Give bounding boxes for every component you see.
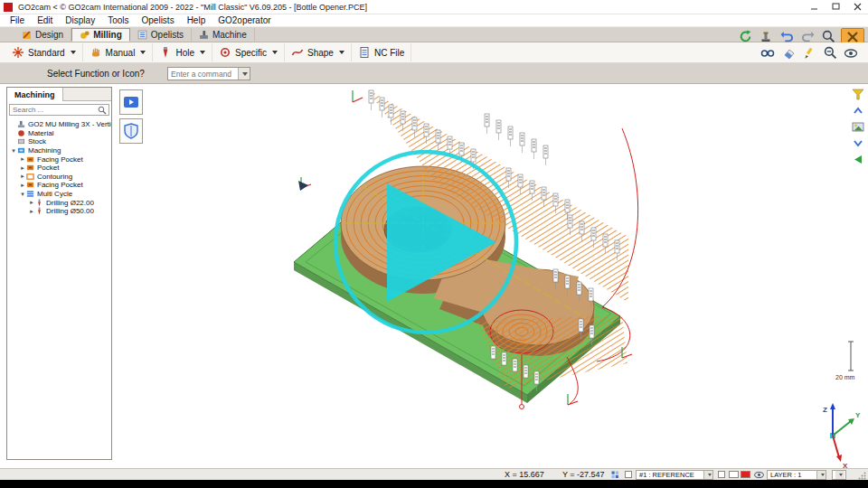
dropdown-arrow-icon <box>272 51 278 54</box>
expander-icon[interactable]: ▾ <box>19 191 26 198</box>
panel-tab-strip: Machining <box>7 88 111 101</box>
multi-cycle-icon <box>26 190 34 198</box>
simulation-button[interactable] <box>119 89 143 115</box>
tree-item-drilling-50[interactable]: ▸ Drilling Ø50.00 <box>7 207 111 216</box>
maximize-button[interactable] <box>825 0 846 14</box>
scale-label: 20 mm <box>835 374 855 380</box>
visibility-eye-icon[interactable] <box>843 45 859 61</box>
tree-item-facing-pocket-1[interactable]: ▸ Facing Pocket <box>7 155 111 164</box>
resize-grip-icon[interactable] <box>858 472 866 480</box>
tool-label: Hole <box>175 48 194 58</box>
shape-button[interactable]: Shape <box>285 43 352 61</box>
snapshot-icon[interactable] <box>851 120 864 134</box>
tab-opelists[interactable]: Opelists <box>130 28 192 42</box>
expander-icon[interactable]: ▸ <box>28 199 35 206</box>
contouring-icon <box>26 173 34 181</box>
verification-button[interactable] <box>119 118 143 144</box>
expander-icon[interactable]: ▸ <box>19 164 26 172</box>
command-combo[interactable] <box>167 67 250 80</box>
standard-button[interactable]: Standard <box>5 43 83 61</box>
tool-label: Specific <box>235 48 267 58</box>
axis-y-label: Y <box>855 411 861 419</box>
cursor-x-coordinate: X = 15.667 <box>505 470 544 479</box>
combo-dropdown-icon[interactable] <box>835 471 844 479</box>
panel-tab-machining[interactable]: Machining <box>7 88 63 101</box>
shape-icon <box>291 46 304 59</box>
pocket-icon <box>26 181 34 189</box>
expander-icon[interactable]: ▸ <box>28 208 35 215</box>
tree-item-facing-pocket-2[interactable]: ▸ Facing Pocket <box>7 181 111 190</box>
tree-item-machine[interactable]: GO2 MU Milling 3X - Vertical <box>7 120 111 129</box>
close-button[interactable] <box>846 0 868 14</box>
specific-button[interactable]: Specific <box>212 43 285 61</box>
tree-item-stock[interactable]: Stock <box>7 137 111 146</box>
menu-display[interactable]: Display <box>59 15 101 25</box>
color-checkbox[interactable] <box>718 471 725 478</box>
machine-icon <box>17 120 25 128</box>
menu-help[interactable]: Help <box>181 15 212 25</box>
scale-indicator: 20 mm <box>835 342 855 380</box>
dropdown-arrow-icon <box>140 51 146 54</box>
nc-file-button[interactable]: NC File <box>352 43 411 61</box>
window-title: GO2cam < © GO2cam International 2009 - 2… <box>18 3 367 12</box>
current-color-swatch[interactable] <box>741 471 750 478</box>
pocket-icon <box>26 155 34 164</box>
combo-dropdown-icon[interactable] <box>703 471 712 479</box>
tab-design[interactable]: Design <box>14 28 71 42</box>
menu-tools[interactable]: Tools <box>101 15 135 25</box>
drill-icon <box>35 207 43 215</box>
tab-machine[interactable]: Machine <box>192 28 255 42</box>
chevron-up-icon[interactable] <box>851 104 864 117</box>
combo-dropdown-icon[interactable] <box>816 471 826 479</box>
menu-file[interactable]: File <box>4 15 31 25</box>
status-extra-dropdown[interactable] <box>832 470 846 480</box>
chevron-down-icon[interactable] <box>851 136 864 150</box>
manual-button[interactable]: Manual <box>83 43 154 61</box>
reference-select[interactable]: #1 : REFERENCE <box>636 470 713 480</box>
expander-icon[interactable]: ▾ <box>10 147 17 155</box>
layer-eye-icon[interactable] <box>754 471 764 479</box>
search-icon <box>98 106 107 115</box>
secondary-color-swatch[interactable] <box>729 471 739 478</box>
manual-icon <box>90 46 102 59</box>
expander-icon[interactable]: ▸ <box>19 155 26 163</box>
menu-go2operator[interactable]: GO2operator <box>212 15 277 25</box>
3d-glasses-icon[interactable] <box>760 45 776 61</box>
back-arrow-icon[interactable] <box>851 153 864 166</box>
viewport-3d-scene[interactable]: 20 mm Z Y X <box>0 84 868 488</box>
search-input[interactable] <box>10 106 98 114</box>
axis-triad: Z Y X <box>823 403 861 470</box>
brush-icon[interactable] <box>801 45 817 61</box>
tree-item-label: Drilling Ø50.00 <box>46 207 94 215</box>
filter-icon[interactable] <box>851 88 864 101</box>
tree-item-contouring[interactable]: ▸ Contouring <box>7 173 111 182</box>
tree-item-label: Multi Cycle <box>37 190 72 198</box>
function-toolbar: Standard Manual Hole Specific Shape NC F… <box>0 42 868 63</box>
tab-milling[interactable]: Milling <box>71 28 130 42</box>
minimize-button[interactable] <box>803 0 825 14</box>
combo-dropdown-icon[interactable] <box>238 68 250 80</box>
expander-icon[interactable]: ▸ <box>19 182 26 189</box>
hole-button[interactable]: Hole <box>153 43 212 61</box>
expander-icon[interactable]: ▸ <box>19 173 26 180</box>
menu-edit[interactable]: Edit <box>31 15 59 25</box>
nc-file-icon <box>358 46 371 59</box>
grid-icon[interactable] <box>611 471 619 479</box>
tree-item-multi-cycle[interactable]: ▾ Multi Cycle <box>7 190 111 199</box>
tree-item-machining[interactable]: ▾ Machining <box>7 146 111 155</box>
eraser-icon[interactable] <box>780 45 797 61</box>
bottom-letterbox <box>0 480 868 488</box>
tree-item-drilling-22[interactable]: ▸ Drilling Ø22.00 <box>7 198 111 207</box>
layer-select[interactable]: LAYER : 1 <box>767 470 826 480</box>
simulation-icon <box>122 93 140 111</box>
reference-checkbox[interactable] <box>625 471 632 478</box>
viewport-side-toolbar <box>851 88 864 166</box>
tree-search[interactable] <box>9 104 109 116</box>
command-input[interactable] <box>168 70 237 79</box>
app-logo-icon <box>4 3 13 12</box>
menu-opelists[interactable]: Opelists <box>136 15 181 25</box>
tree-item-material[interactable]: Material <box>7 129 111 138</box>
zoom-window-icon[interactable] <box>822 45 838 61</box>
tree-item-label: Material <box>28 129 53 137</box>
tree-item-pocket[interactable]: ▸ Pocket <box>7 164 111 173</box>
